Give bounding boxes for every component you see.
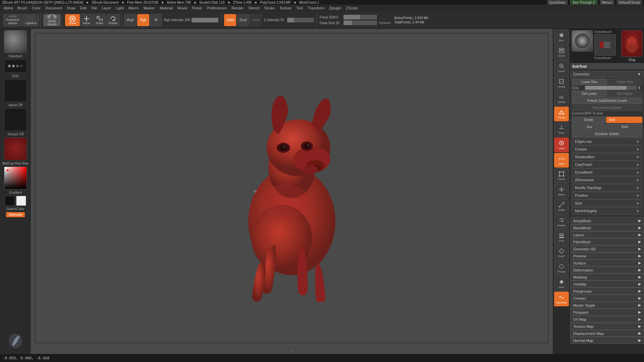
menu-alpha[interactable]: Alpha: [1, 5, 15, 11]
morph-target-section-header[interactable]: Morph Target ▶: [570, 302, 644, 309]
lightbox-button[interactable]: LightBox: [23, 14, 39, 26]
nanomesh-section-header[interactable]: NanoMesh ▶: [570, 224, 644, 231]
menu-transform[interactable]: Transform: [306, 5, 326, 11]
polygroups-section-header[interactable]: Polygroups ▶: [570, 288, 644, 295]
zsub-button[interactable]: Zsub: [237, 14, 249, 26]
menu-macro[interactable]: Macro: [126, 5, 141, 11]
material-preview[interactable]: [4, 137, 27, 160]
normalmap-section-header[interactable]: Normal Map ▶: [570, 337, 644, 344]
menu-preferences[interactable]: Preferences: [205, 5, 229, 11]
menu-draw[interactable]: Draw: [65, 5, 77, 11]
polyf-button[interactable]: PolyF: [554, 245, 569, 260]
menu-light[interactable]: Light: [114, 5, 126, 11]
preview-section-header[interactable]: Preview ▶: [570, 252, 644, 259]
rgb-intensity-slider[interactable]: [192, 18, 218, 22]
suv-button[interactable]: Suv: [572, 124, 607, 130]
draw-size-slider[interactable]: [343, 20, 377, 25]
focal-shift-slider[interactable]: [343, 15, 377, 19]
reconstruct-subdiv-button[interactable]: Reconstruct Subdiv: [572, 105, 642, 111]
menu-movie[interactable]: Movie: [175, 5, 189, 11]
transp-button[interactable]: Transp: [554, 261, 569, 276]
texturemap-section-header[interactable]: Texture Map ▶: [570, 323, 644, 330]
menu-zscript[interactable]: ZScript: [344, 5, 360, 11]
menu-color[interactable]: Color: [30, 5, 43, 11]
background-color[interactable]: [16, 196, 26, 206]
scale-ri-button[interactable]: Scale: [554, 199, 569, 214]
claypolish-button[interactable]: ClayPolish ▶: [572, 161, 642, 168]
persp-button[interactable]: Persp: [554, 107, 569, 121]
sdiv-slider[interactable]: [585, 86, 637, 90]
rgb-button[interactable]: Rgb: [137, 14, 149, 26]
canvas-area[interactable]: ▲: [31, 29, 553, 354]
size-button[interactable]: Size ▶: [572, 199, 642, 207]
position-button[interactable]: Position ▶: [572, 192, 642, 199]
draw-button[interactable]: Draw: [65, 14, 80, 26]
scale-button[interactable]: Scale: [93, 14, 106, 26]
blur-button[interactable]: Blur: [554, 29, 569, 44]
eraser-brush-thumb[interactable]: [594, 34, 616, 56]
foreground-color[interactable]: [5, 196, 15, 206]
mrgb-button[interactable]: Mrgb: [124, 14, 137, 26]
smt-button[interactable]: Smt: [606, 117, 642, 123]
lower-res-button[interactable]: Lower Res: [572, 79, 607, 85]
dynamesh-button[interactable]: DynaMesh ▶: [572, 169, 642, 176]
freeze-subdiv-button[interactable]: Freeze SubDivision Levels: [572, 98, 642, 104]
polypaint-section-header[interactable]: Polypaint ▶: [570, 309, 644, 316]
displacementmap-section-header[interactable]: Displacement Map ▶: [570, 330, 644, 337]
visibility-section-header[interactable]: Visibility ▶: [570, 281, 644, 288]
menu-edit[interactable]: Edit: [78, 5, 89, 11]
floor-button[interactable]: Floor: [554, 122, 569, 137]
uvmap-section-header[interactable]: UV Map ▶: [570, 316, 644, 323]
menu-material[interactable]: Material: [158, 5, 175, 11]
quick-sketch-button[interactable]: Quick Sketch: [43, 14, 61, 26]
surface-section-header[interactable]: Surface ▶: [570, 259, 644, 266]
relv-button[interactable]: RelV: [607, 124, 642, 130]
subtool-header[interactable]: SubTool: [570, 63, 644, 69]
zremesher-button[interactable]: ZRemesher ▶: [572, 176, 642, 184]
higher-res-button[interactable]: Higher Res: [607, 79, 642, 85]
simple-brush-thumb[interactable]: [572, 30, 593, 52]
rotate-ri-button[interactable]: Rotate: [554, 215, 569, 229]
menu-brush[interactable]: Brush: [15, 5, 29, 11]
menu-stroke[interactable]: Stroke: [262, 5, 277, 11]
menu-stencil[interactable]: Stencil: [246, 5, 261, 11]
del-lower-button[interactable]: Del Lower: [572, 90, 607, 97]
frame-button[interactable]: Frame: [554, 168, 569, 183]
edgeloop-button[interactable]: EdgeLoop ▶: [572, 138, 642, 145]
menu-document[interactable]: Document: [43, 5, 64, 11]
meshintegrity-button[interactable]: MeshIntegrity ▶: [572, 207, 642, 215]
zadd-button[interactable]: Zadd: [224, 14, 236, 26]
modify-topology-button[interactable]: Modify Topology ▶: [572, 184, 642, 191]
actual-button[interactable]: Actual: [554, 76, 569, 90]
move-ri-button[interactable]: Move: [554, 184, 569, 198]
del-higher-button[interactable]: Del Higher: [607, 90, 642, 97]
dynamic-subdiv-button[interactable]: Dynamic Subdiv: [572, 131, 642, 137]
scroll-button[interactable]: Scroll: [554, 45, 569, 60]
geometry-section-header[interactable]: Geometry ▼: [570, 71, 644, 77]
dog-model-thumb[interactable]: [621, 30, 643, 57]
shadowbox-button[interactable]: ShadowBox ▶: [572, 153, 642, 161]
z-intensity-slider[interactable]: [287, 18, 314, 22]
m-button[interactable]: M: [150, 14, 162, 26]
menu-layer[interactable]: Layer: [100, 5, 113, 11]
menu-picker[interactable]: Picker: [190, 5, 204, 11]
solo-button[interactable]: Solo: [554, 276, 569, 291]
projection-master-button[interactable]: Projection Master: [3, 14, 22, 26]
color-picker[interactable]: [4, 167, 27, 189]
zoom-button[interactable]: Zoom: [554, 60, 569, 75]
menu-marker[interactable]: Marker: [142, 5, 157, 11]
fibermesh-section-header[interactable]: FiberMesh ▶: [570, 238, 644, 245]
menu-file[interactable]: File: [89, 5, 99, 11]
dynamp-button[interactable]: Dynamp: [554, 292, 569, 306]
masking-section-header[interactable]: Masking ▶: [570, 274, 644, 281]
lym-button[interactable]: LYm: [554, 230, 569, 245]
alternate-button[interactable]: Alternate: [6, 212, 25, 217]
zsub2-button[interactable]: Zsub: [250, 14, 262, 26]
rotate-button[interactable]: Rotate: [106, 14, 120, 26]
local-button[interactable]: Local: [554, 137, 569, 152]
crease-button[interactable]: Crease ▶: [572, 145, 642, 153]
stroke-preview[interactable]: [4, 59, 27, 73]
deformation-section-header[interactable]: Deformation ▶: [570, 266, 644, 274]
menu-render[interactable]: Render: [229, 5, 246, 11]
menu-texture[interactable]: Texture: [277, 5, 293, 11]
